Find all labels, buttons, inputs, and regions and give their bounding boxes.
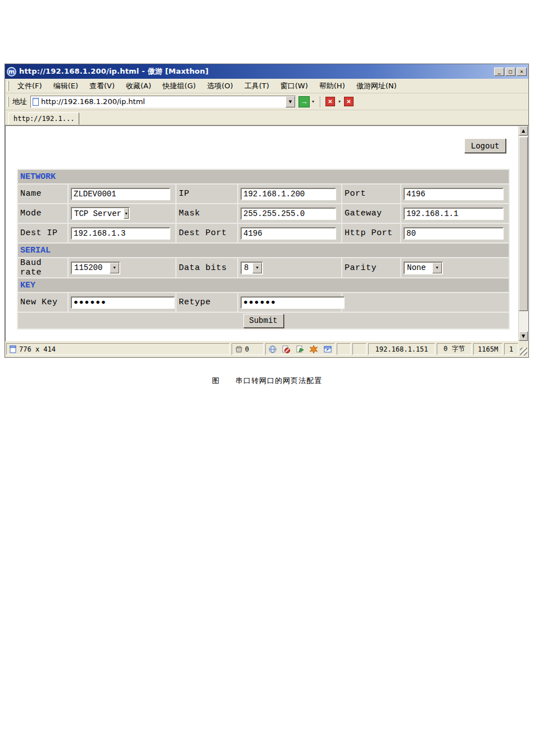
tab-current[interactable]: http://192.1... xyxy=(8,112,79,125)
address-label: 地址 xyxy=(12,97,27,107)
ip-input[interactable] xyxy=(241,188,336,200)
bytes-panel: 0 字节 xyxy=(437,343,472,355)
parity-select[interactable]: None ▼ xyxy=(404,262,443,274)
name-label: Name xyxy=(17,184,68,204)
window-controls: _ □ ✕ xyxy=(494,68,527,76)
address-bar: 地址 ▼ → ▾ ✕ ▾ ✕ xyxy=(5,93,528,110)
dropdown-icon: ▼ xyxy=(252,263,262,273)
data-bits-select[interactable]: 8 ▼ xyxy=(241,262,263,274)
dest-ip-input[interactable] xyxy=(71,227,170,240)
close-button[interactable]: ✕ xyxy=(517,68,527,76)
menu-edit[interactable]: 编辑(E) xyxy=(48,79,83,93)
menu-maxthon-sites[interactable]: 傲游网址(N) xyxy=(351,79,402,93)
document-icon xyxy=(10,345,17,353)
maximize-button[interactable]: □ xyxy=(505,68,515,76)
address-input[interactable] xyxy=(41,97,286,107)
refresh-page-icon[interactable] xyxy=(296,345,304,353)
page-size-panel: 776 x 414 xyxy=(6,343,230,355)
toolbar-grip[interactable] xyxy=(7,81,9,91)
content-block-icon[interactable] xyxy=(282,345,290,353)
stop-button[interactable]: ✕ xyxy=(325,97,335,106)
mask-label: Mask xyxy=(176,204,238,223)
scroll-down-button[interactable]: ▼ xyxy=(519,331,528,341)
browser-window: m http://192.168.1.200/ip.html - 傲游 [Max… xyxy=(4,64,529,358)
external-window-icon[interactable] xyxy=(324,345,332,353)
new-key-input[interactable] xyxy=(71,296,175,309)
tab-bar: http://192.1... xyxy=(5,110,528,125)
http-port-label: Http Port xyxy=(342,223,401,243)
go-button[interactable]: → xyxy=(298,96,310,107)
menu-window[interactable]: 窗口(W) xyxy=(275,79,313,93)
config-table: NETWORK Name IP Port Mode xyxy=(17,169,510,330)
dropdown-icon: ▼ xyxy=(110,263,119,273)
window-title: http://192.168.1.200/ip.html - 傲游 [Maxth… xyxy=(19,66,494,76)
name-input[interactable] xyxy=(71,188,170,200)
scroll-thumb[interactable] xyxy=(519,137,528,311)
retype-label: Retype xyxy=(176,292,238,312)
new-key-label: New Key xyxy=(17,292,68,312)
resize-grip[interactable] xyxy=(520,348,527,356)
address-dropdown-button[interactable]: ▼ xyxy=(286,96,295,107)
go-dropdown-arrow[interactable]: ▾ xyxy=(310,99,316,104)
minimize-button[interactable]: _ xyxy=(494,68,504,76)
data-bits-label: Data bits xyxy=(176,258,238,278)
menu-favorites[interactable]: 收藏(A) xyxy=(121,79,156,93)
dest-ip-label: Dest IP xyxy=(17,223,68,243)
gateway-label: Gateway xyxy=(342,204,401,223)
page-canvas: m http://192.168.1.200/ip.html - 傲游 [Max… xyxy=(0,0,534,756)
trash-icon xyxy=(235,345,243,353)
status-icons-panel xyxy=(265,343,335,355)
popup-blocker-panel[interactable]: 0 xyxy=(232,343,264,355)
menu-groups[interactable]: 快捷组(G) xyxy=(157,79,201,93)
mode-select[interactable]: TCP Server ▼ xyxy=(71,207,130,220)
title-bar: m http://192.168.1.200/ip.html - 傲游 [Max… xyxy=(5,64,528,79)
address-combo: ▼ xyxy=(30,96,296,108)
empty-cell xyxy=(342,292,509,312)
dropdown-icon: ▼ xyxy=(124,208,129,219)
submit-button[interactable]: Submit xyxy=(243,314,284,328)
page-icon xyxy=(33,98,39,106)
flash-filter-icon[interactable] xyxy=(310,345,318,353)
scroll-track[interactable] xyxy=(519,311,528,331)
mode-label: Mode xyxy=(17,204,68,223)
baud-rate-select[interactable]: 115200 ▼ xyxy=(71,262,120,274)
close-all-button[interactable]: ✕ xyxy=(344,97,354,106)
logout-button[interactable]: Logout xyxy=(464,138,506,153)
menu-help[interactable]: 帮助(H) xyxy=(314,79,350,93)
vertical-scrollbar[interactable]: ▲ ▼ xyxy=(518,126,528,341)
stop-dropdown-arrow[interactable]: ▾ xyxy=(336,99,343,104)
status-spacer-panel xyxy=(337,343,351,355)
page-size-text: 776 x 414 xyxy=(19,345,56,353)
local-ip-panel: 192.168.1.151 xyxy=(368,343,435,355)
bytes-text: 0 字节 xyxy=(444,344,465,354)
section-header-network: NETWORK xyxy=(17,169,509,184)
menu-view[interactable]: 查看(V) xyxy=(84,79,120,93)
retype-input[interactable] xyxy=(241,296,345,309)
port-label: Port xyxy=(342,184,401,204)
mask-input[interactable] xyxy=(241,208,336,220)
menu-options[interactable]: 选项(O) xyxy=(202,79,238,93)
proxy-globe-icon[interactable] xyxy=(269,345,277,353)
parity-label: Parity xyxy=(342,258,401,278)
tab-count-text: 1 xyxy=(509,345,513,353)
port-input[interactable] xyxy=(404,188,504,200)
memory-text: 1165M xyxy=(478,345,498,353)
scroll-up-button[interactable]: ▲ xyxy=(519,126,528,136)
figure-caption: 图 串口转网口的网页法配置 xyxy=(0,376,534,386)
ip-label: IP xyxy=(176,184,238,204)
section-header-serial: SERIAL xyxy=(17,243,509,258)
menu-file[interactable]: 文件(F) xyxy=(12,79,47,93)
baud-rate-label: Baud rate xyxy=(17,258,68,278)
http-port-input[interactable] xyxy=(404,227,504,240)
toolbar-grip[interactable] xyxy=(7,97,9,107)
menu-tools[interactable]: 工具(T) xyxy=(239,79,274,93)
menu-bar: 文件(F) 编辑(E) 查看(V) 收藏(A) 快捷组(G) 选项(O) 工具(… xyxy=(5,79,528,93)
tab-count-panel: 1 xyxy=(504,343,518,355)
dest-port-input[interactable] xyxy=(241,227,336,240)
toolbar-separator xyxy=(320,96,321,107)
content-area: Logout NETWORK Name IP Port xyxy=(5,125,528,341)
web-page: Logout NETWORK Name IP Port xyxy=(6,126,518,341)
gateway-input[interactable] xyxy=(404,208,504,220)
local-ip-text: 192.168.1.151 xyxy=(375,345,428,353)
popup-count-text: 0 xyxy=(245,345,249,353)
